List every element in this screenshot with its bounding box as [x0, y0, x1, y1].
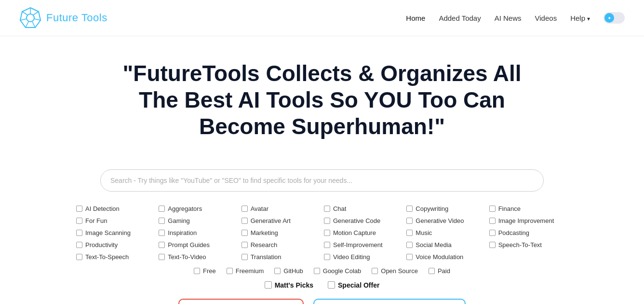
category-filter-copywriting[interactable]: Copywriting: [406, 205, 485, 212]
filter-checkbox[interactable]: [242, 242, 248, 248]
filter-checkbox[interactable]: [489, 242, 496, 248]
category-filter-self-improvement[interactable]: Self-Improvement: [324, 241, 402, 249]
category-filter-social-media[interactable]: Social Media: [406, 241, 485, 249]
category-filter-generative-art[interactable]: Generative Art: [242, 217, 320, 224]
category-filter-finance[interactable]: Finance: [489, 205, 568, 212]
newsletter-banner[interactable]: Join The Free Newsletter: [313, 299, 465, 304]
filter-checkbox[interactable]: [242, 218, 248, 224]
category-filter-translation[interactable]: Translation: [242, 253, 320, 261]
category-filter-chat[interactable]: Chat: [324, 205, 402, 212]
category-filter-generative-code[interactable]: Generative Code: [324, 217, 402, 224]
filter-checkbox[interactable]: [406, 206, 413, 212]
filter-checkbox[interactable]: [76, 242, 82, 248]
category-filter-image-improvement[interactable]: Image Improvement: [489, 217, 568, 224]
category-filter-music[interactable]: Music: [406, 229, 485, 236]
svg-point-1: [27, 14, 34, 22]
svg-line-7: [20, 19, 27, 20]
hero-section: "FutureTools Collects & Organizes All Th…: [0, 36, 644, 169]
logo[interactable]: Future Tools: [19, 7, 107, 29]
category-filter-for-fun[interactable]: For Fun: [76, 217, 155, 224]
filter-checkbox[interactable]: [242, 254, 248, 260]
hero-title: "FutureTools Collects & Organizes All Th…: [105, 60, 539, 140]
svg-line-3: [33, 12, 39, 15]
filters-section: AI DetectionAggregatorsAvatarChatCopywri…: [57, 205, 587, 289]
category-filter-aggregators[interactable]: Aggregators: [159, 205, 237, 212]
filter-checkbox[interactable]: [429, 268, 435, 274]
category-filter-text-to-speech[interactable]: Text-To-Speech: [76, 253, 155, 261]
filter-checkbox[interactable]: [159, 206, 165, 212]
picks-row: Matt's PicksSpecial Offer: [76, 281, 568, 289]
filter-checkbox[interactable]: [328, 281, 335, 289]
category-filter-inspiration[interactable]: Inspiration: [159, 229, 237, 236]
pricing-filter-paid[interactable]: Paid: [429, 267, 450, 275]
pricing-row: FreeFreemiumGitHubGoogle ColabOpen Sourc…: [76, 267, 568, 275]
category-filter-voice-modulation[interactable]: Voice Modulation: [406, 253, 485, 261]
category-filter-speech-to-text[interactable]: Speech-To-Text: [489, 241, 568, 249]
pricing-filter-open-source[interactable]: Open Source: [372, 267, 418, 275]
filter-checkbox[interactable]: [489, 206, 496, 212]
logo-text: Future Tools: [46, 12, 107, 24]
filter-checkbox[interactable]: [76, 206, 82, 212]
nav-videos[interactable]: Videos: [535, 14, 557, 22]
picks-filter-special-offer[interactable]: Special Offer: [328, 281, 379, 289]
category-filter-motion-capture[interactable]: Motion Capture: [324, 229, 402, 236]
filter-checkbox[interactable]: [274, 268, 281, 274]
picks-filter-matt's-picks[interactable]: Matt's Picks: [265, 281, 313, 289]
filter-checkbox[interactable]: [159, 254, 165, 260]
category-filter-marketing[interactable]: Marketing: [242, 229, 320, 236]
filter-checkbox[interactable]: [159, 242, 165, 248]
filter-checkbox[interactable]: [372, 268, 378, 274]
banners-row: P FEATURED ON Product Hunt ▲ 529 Join Th…: [0, 299, 644, 304]
filter-checkbox[interactable]: [489, 230, 496, 236]
filter-checkbox[interactable]: [159, 230, 165, 236]
category-filter-podcasting[interactable]: Podcasting: [489, 229, 568, 236]
filter-checkbox[interactable]: [324, 230, 330, 236]
filter-checkbox[interactable]: [159, 218, 165, 224]
filter-checkbox[interactable]: [76, 218, 82, 224]
nav: Home Added Today AI News Videos Help ✦: [406, 12, 625, 24]
pricing-filter-google-colab[interactable]: Google Colab: [314, 267, 362, 275]
category-filter-ai-detection[interactable]: AI Detection: [76, 205, 155, 212]
svg-line-6: [26, 22, 28, 28]
filter-checkbox[interactable]: [194, 268, 200, 274]
category-filter-research[interactable]: Research: [242, 241, 320, 249]
filter-checkbox[interactable]: [406, 254, 413, 260]
filter-checkbox[interactable]: [314, 268, 320, 274]
category-filter-productivity[interactable]: Productivity: [76, 241, 155, 249]
nav-help[interactable]: Help: [570, 14, 590, 22]
filter-checkbox[interactable]: [489, 218, 496, 224]
header: Future Tools Home Added Today AI News Vi…: [0, 0, 644, 36]
filter-checkbox[interactable]: [406, 230, 413, 236]
category-filter-text-to-video[interactable]: Text-To-Video: [159, 253, 237, 261]
nav-home[interactable]: Home: [406, 14, 425, 22]
search-input[interactable]: [100, 169, 544, 192]
filter-checkbox[interactable]: [324, 242, 330, 248]
category-filter-image-scanning[interactable]: Image Scanning: [76, 229, 155, 236]
nav-added-today[interactable]: Added Today: [439, 14, 481, 22]
theme-toggle[interactable]: ✦: [604, 12, 625, 24]
theme-toggle-knob: ✦: [604, 13, 614, 23]
pricing-filter-free[interactable]: Free: [194, 267, 216, 275]
filter-checkbox[interactable]: [324, 254, 330, 260]
pricing-filter-freemium[interactable]: Freemium: [227, 267, 264, 275]
category-filter-prompt-guides[interactable]: Prompt Guides: [159, 241, 237, 249]
filter-checkbox[interactable]: [76, 254, 82, 260]
filter-checkbox[interactable]: [242, 230, 248, 236]
category-filter-generative-video[interactable]: Generative Video: [406, 217, 485, 224]
category-filter-gaming[interactable]: Gaming: [159, 217, 237, 224]
filter-checkbox[interactable]: [324, 218, 330, 224]
category-filter-video-editing[interactable]: Video Editing: [324, 253, 402, 261]
filter-checkbox[interactable]: [406, 218, 413, 224]
filter-checkbox[interactable]: [242, 206, 248, 212]
filter-checkbox[interactable]: [227, 268, 233, 274]
product-hunt-banner[interactable]: P FEATURED ON Product Hunt ▲ 529: [178, 299, 304, 304]
filter-checkbox[interactable]: [406, 242, 413, 248]
pricing-filter-github[interactable]: GitHub: [274, 267, 303, 275]
filter-checkbox[interactable]: [265, 281, 272, 289]
filter-checkbox[interactable]: [76, 230, 82, 236]
nav-ai-news[interactable]: AI News: [495, 14, 522, 22]
search-container: [81, 169, 563, 192]
logo-icon: [19, 7, 41, 29]
category-filter-avatar[interactable]: Avatar: [242, 205, 320, 212]
filter-checkbox[interactable]: [324, 206, 330, 212]
